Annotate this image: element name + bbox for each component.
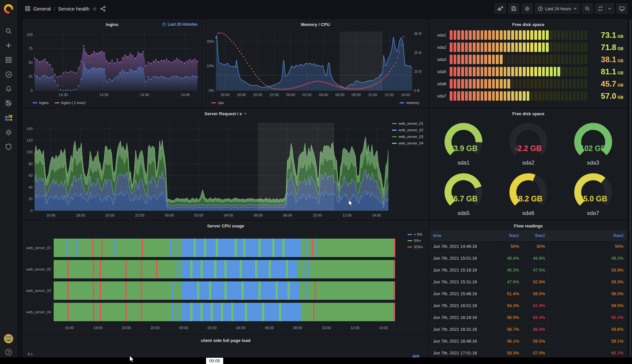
legend-item[interactable]: web_server_02 <box>392 128 423 132</box>
disk-bar-row: sda271.8GB <box>430 41 627 53</box>
svg-text:06:00: 06:00 <box>254 213 263 217</box>
legend-item[interactable]: logins <box>33 101 49 105</box>
sidebar: ? <box>0 0 17 364</box>
sidebar-item-search[interactable] <box>0 24 17 38</box>
cell-flow3: 65.3% <box>548 312 627 323</box>
dashboard-settings-button[interactable] <box>522 4 533 13</box>
panel-server-request: Server Request / s 02040608010012014016:… <box>23 109 428 220</box>
panel-title-flow-readings[interactable]: Flow readings <box>514 223 542 228</box>
svg-text:76.7 GB: 76.7 GB <box>450 195 478 203</box>
gauge-label: sda3 <box>587 160 599 166</box>
disk-cells <box>450 67 587 76</box>
disk-bar-row: sda645.7GB <box>430 78 627 90</box>
sidebar-item-alerting[interactable] <box>0 82 17 96</box>
svg-text:14:00: 14:00 <box>372 213 381 217</box>
cpu-usage-timeline[interactable]: web_server_01web_server_02web_server_03w… <box>23 230 428 334</box>
disk-gauges: 83.9 GBsda1-2.2 GBsda2102 GBsda376.7 GBs… <box>430 118 627 219</box>
help-icon[interactable]: ? <box>5 348 13 356</box>
logins-chart[interactable]: 025507510014:3014:3514:4014:45 <box>23 29 201 98</box>
svg-text:02:00: 02:00 <box>194 213 203 217</box>
sidebar-item-app-plugin[interactable] <box>0 111 17 125</box>
column-header-flow1[interactable]: flow1 <box>488 230 522 240</box>
svg-text:14:30: 14:30 <box>59 93 68 97</box>
cell-flow2: 59.5% <box>522 335 548 347</box>
refresh-button[interactable] <box>595 4 606 13</box>
star-icon[interactable]: ☆ <box>92 6 97 12</box>
sidebar-item-globe-plugin[interactable] <box>0 96 17 111</box>
panel-title-free-disk-bars[interactable]: Free disk space <box>512 22 544 27</box>
panel-title-server-request[interactable]: Server Request / s <box>204 111 242 116</box>
time-shift-link[interactable]: Last 20 minutes <box>162 20 198 29</box>
cell-time: Jun 7th, 2021 17:01:16 <box>430 351 488 355</box>
breadcrumb-folder[interactable]: General <box>33 6 51 12</box>
sidebar-item-configuration[interactable] <box>0 125 17 140</box>
column-header-flow2[interactable]: flow2 <box>522 230 548 240</box>
cell-flow3: 56.0% <box>548 288 627 299</box>
add-panel-button[interactable] <box>495 4 506 13</box>
share-icon[interactable] <box>100 6 106 12</box>
svg-text:50: 50 <box>29 61 33 65</box>
cell-flow3: 59.6% <box>548 324 627 335</box>
server-request-legend: web_server_01web_server_02web_server_03w… <box>392 121 423 145</box>
tv-mode-button[interactable] <box>617 4 627 13</box>
legend-item[interactable]: cpu <box>211 101 224 105</box>
logins-legend: loginslogins (-1 hour) <box>23 98 201 107</box>
memory-cpu-chart[interactable]: 0%10%20%0 B10 B20 B30 B16:0018:0020:0022… <box>203 29 428 98</box>
cell-flow1: 50% <box>488 241 522 252</box>
page-scrollbar[interactable] <box>629 19 631 357</box>
panel-menu-chevron-icon[interactable] <box>244 113 247 115</box>
svg-text:20: 20 <box>29 197 33 201</box>
cell-flow1: 56.7% <box>488 324 522 335</box>
server-request-chart[interactable]: 02040608010012014016:0018:0020:0022:0000… <box>23 118 428 219</box>
panel-title-free-disk-gauges[interactable]: Free disk space <box>512 111 544 116</box>
svg-text:08:00: 08:00 <box>293 326 303 330</box>
legend-item[interactable]: 31%+ <box>408 245 423 249</box>
legend-item[interactable]: < 5% <box>408 232 423 236</box>
cell-time: Jun 7th, 2021 15:16:16 <box>430 268 488 273</box>
flow-table-header: timeflow1flow2flow3 <box>430 230 627 241</box>
legend-item[interactable]: memory <box>400 101 419 105</box>
cell-flow3: 50% <box>548 241 627 252</box>
user-avatar[interactable] <box>4 334 13 344</box>
cell-time: Jun 7th, 2021 16:16:16 <box>430 315 488 320</box>
zoom-out-button[interactable] <box>582 4 592 13</box>
legend-item[interactable]: 5%+ <box>408 239 423 243</box>
cell-flow2: 58.5% <box>522 288 548 299</box>
legend-chip <box>33 102 37 103</box>
sidebar-item-server-admin[interactable] <box>0 140 17 154</box>
svg-text:0: 0 <box>31 89 33 92</box>
sidebar-item-dashboards[interactable] <box>0 53 17 67</box>
panel-title-memory-cpu[interactable]: Memory / CPU <box>301 22 330 27</box>
disk-label: sda2 <box>433 45 446 50</box>
truck-app-icon <box>5 114 13 121</box>
time-range-picker[interactable]: Last 24 hours <box>535 4 579 13</box>
svg-text:-2.2 GB: -2.2 GB <box>515 144 542 153</box>
svg-text:22:00: 22:00 <box>135 213 145 217</box>
clock-icon <box>538 6 543 11</box>
disk-label: sda7 <box>433 93 446 98</box>
legend-item[interactable]: web_server_03 <box>392 135 423 139</box>
table-row: Jun 7th, 2021 16:31:1656.7%66.9%59.6% <box>430 324 627 335</box>
column-header-flow3[interactable]: flow3 <box>548 230 627 240</box>
grafana-logo-icon[interactable] <box>4 4 13 14</box>
breadcrumb-dashboard[interactable]: Service health <box>58 6 90 12</box>
refresh-interval-button[interactable] <box>606 4 614 13</box>
legend-item[interactable]: logins (-1 hour) <box>55 101 86 105</box>
legend-label: memory <box>406 101 419 105</box>
panel-title-page-load[interactable]: client side full page load <box>201 338 250 343</box>
save-dashboard-button[interactable] <box>509 4 519 13</box>
legend-item[interactable]: web_server_01 <box>392 121 423 125</box>
panel-title-logins[interactable]: logins <box>106 22 118 27</box>
svg-text:8 s: 8 s <box>28 352 33 356</box>
video-scrubber-bar[interactable] <box>0 357 632 364</box>
sidebar-item-explore[interactable] <box>0 67 17 82</box>
gauge: 102 GBsda3 <box>561 118 625 169</box>
panel-title-cpu-usage[interactable]: Server CPU usage <box>207 223 244 228</box>
sidebar-item-create[interactable] <box>0 38 17 53</box>
breadcrumb-separator: / <box>54 6 55 12</box>
svg-text:18:00: 18:00 <box>93 326 103 330</box>
column-header-time[interactable]: time <box>430 233 488 238</box>
gauge-label: sda2 <box>522 160 535 166</box>
legend-item[interactable]: web_server_04 <box>392 141 423 145</box>
search-icon <box>5 28 12 34</box>
